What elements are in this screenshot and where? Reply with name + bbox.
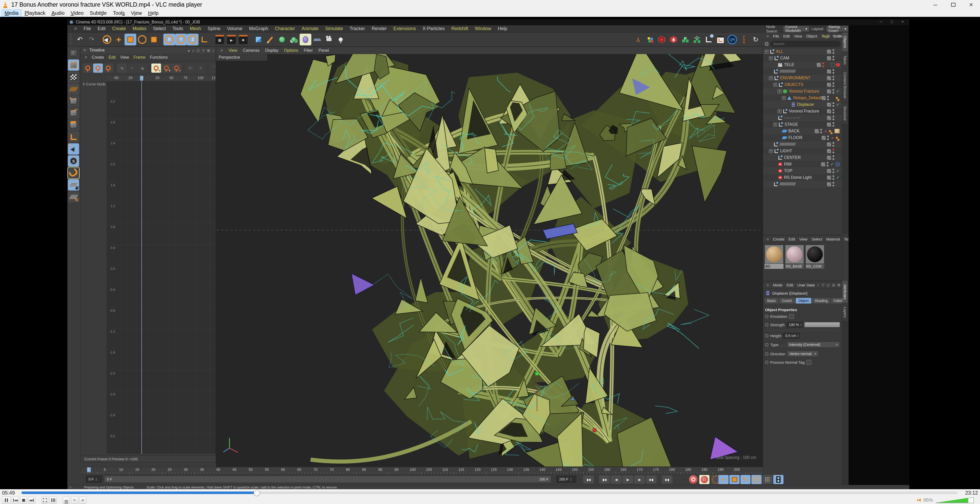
autokey-button[interactable]: ( ) (699, 475, 710, 484)
side-tab-takes[interactable]: Takes (842, 52, 848, 69)
viewport-menu-display[interactable]: Display (262, 48, 281, 53)
keyframe-presets-toggle[interactable] (773, 475, 783, 484)
c4d-menu-x-particles[interactable]: X-Particles (419, 26, 448, 32)
y-axis-lock-icon[interactable]: Y (175, 34, 187, 45)
expander-icon[interactable]: + (773, 83, 777, 87)
visibility-dots[interactable] (832, 122, 835, 127)
layer-chip[interactable] (827, 70, 831, 74)
expander-icon[interactable]: + (773, 123, 777, 127)
axis-mode-icon[interactable] (68, 132, 79, 143)
attr-tab-object[interactable]: Object (796, 298, 811, 304)
side-tab-attributes[interactable]: Attributes (842, 281, 848, 303)
toolbar-grip[interactable] (70, 35, 72, 44)
hamburger-icon[interactable]: ≡ (83, 55, 89, 60)
c4d-menu-animate[interactable]: Animate (298, 26, 322, 32)
om-menu-view[interactable]: View (792, 34, 804, 38)
attr-tab-basic[interactable]: Basic (765, 298, 778, 304)
close-button[interactable]: × (962, 0, 980, 10)
visibility-dots[interactable] (832, 102, 835, 107)
hamburger-icon[interactable]: ≡ (765, 34, 771, 38)
tree-row-rim[interactable]: RIM✓ (763, 161, 842, 168)
x-axis-lock-icon[interactable]: X (163, 34, 175, 45)
spline-helper-icon[interactable] (703, 34, 714, 45)
tree-row-objects[interactable]: +OBJECTS (763, 81, 842, 88)
pause-button[interactable] (2, 496, 11, 504)
side-tab-content-browser[interactable]: Content Browser (842, 69, 848, 103)
tree-row-voronoi-fracture[interactable]: +Voronoi Fracture (763, 108, 842, 114)
zero-icon[interactable]: 0 (196, 63, 205, 73)
layer-chip[interactable] (821, 162, 825, 166)
vlc-menu-view[interactable]: View (128, 10, 145, 17)
odots-tag-icon[interactable] (836, 97, 838, 99)
reset-psr-icon[interactable]: ↻ (750, 34, 762, 45)
layer-chip[interactable] (827, 149, 831, 153)
record-button[interactable] (689, 475, 698, 484)
target-tag-icon[interactable] (835, 162, 840, 166)
random-button[interactable]: ⇄ (79, 497, 86, 504)
timeline-close-icon[interactable]: × (83, 48, 86, 52)
curve-eval-icon[interactable]: ∿ (117, 63, 127, 73)
c4d-menu-select[interactable]: Select (150, 26, 169, 32)
key-mode-icon[interactable] (83, 63, 93, 73)
visibility-dots[interactable] (832, 175, 835, 180)
play-button[interactable]: ▶ (622, 475, 633, 483)
layer-chip[interactable] (827, 182, 831, 187)
vlc-menu-playback[interactable]: Playback (21, 10, 48, 17)
timeline-menu-functions[interactable]: Functions (148, 55, 170, 60)
camera-icon[interactable] (323, 34, 335, 45)
direction-select[interactable]: Vertex normal▾ (787, 351, 818, 357)
light-icon[interactable] (335, 34, 347, 45)
enabled-icon[interactable]: ✓ (836, 169, 840, 173)
fcurve-mode-icon[interactable] (93, 63, 103, 73)
hamburger-icon[interactable]: ≡ (218, 48, 226, 53)
side-tab-objects[interactable]: Objects (842, 32, 848, 52)
viewport-menu-options[interactable]: Options (281, 48, 301, 53)
expander-icon[interactable]: + (769, 56, 773, 60)
enabled-icon[interactable]: ✓ (836, 175, 840, 180)
disabled-icon[interactable]: × (824, 129, 828, 133)
tree-row-retopo-default[interactable]: +Retopo_Default (763, 95, 842, 101)
vlc-menu-help[interactable]: Help (145, 10, 162, 17)
tree-row-[interactable]: ////////////// (763, 181, 842, 187)
material-bg[interactable]: BG (765, 245, 783, 269)
visibility-dots[interactable] (820, 129, 822, 133)
visibility-dots[interactable] (827, 96, 829, 100)
add-key-icon[interactable]: + (151, 63, 161, 73)
c4d-menu-simulate[interactable]: Simulate (322, 26, 346, 32)
qr-icon[interactable]: QR (726, 34, 738, 45)
tree-row-all[interactable]: +ALL (763, 48, 842, 55)
enabled-icon[interactable]: ✓ (830, 162, 834, 166)
enabled-icon[interactable]: ✓ (836, 89, 840, 94)
layer-chip[interactable] (827, 82, 831, 87)
lock-icon[interactable]: ◻ (827, 283, 830, 287)
attr-tab-shading[interactable]: Shading (812, 298, 830, 304)
layer-chip[interactable] (827, 122, 831, 127)
material-rs-base[interactable]: RS_BASE (785, 245, 804, 269)
timeline-menu-view[interactable]: View (118, 55, 131, 60)
scale-icon[interactable] (124, 34, 136, 45)
enable-snap-icon[interactable]: ✳ (68, 143, 79, 155)
dash-tag-icon[interactable] (831, 63, 835, 67)
attribute-menu-mode[interactable]: Mode (771, 283, 785, 287)
stopwatch-icon[interactable]: ▣ (138, 63, 147, 73)
filter-icon[interactable]: ▽ (822, 283, 824, 287)
material-menu-material[interactable]: Material (824, 237, 842, 241)
layer-chip[interactable] (817, 63, 821, 67)
playlist-button[interactable] (63, 497, 70, 504)
add-panel-icon[interactable]: ⊞ (837, 283, 840, 287)
timeline-menu-edit[interactable]: Edit (106, 55, 118, 60)
visibility-dots[interactable] (827, 162, 829, 166)
layer-chip[interactable] (827, 89, 831, 94)
side-tab-layers[interactable]: Layers (842, 303, 848, 322)
preview-range-slider[interactable]: 0 F200 F (104, 476, 551, 483)
color-cubes-icon[interactable] (644, 34, 656, 45)
filter-icon[interactable]: ▽ (202, 49, 205, 52)
prev-frame-button[interactable]: ◀ (611, 475, 621, 483)
magnet-icon[interactable] (68, 167, 79, 179)
find-icon[interactable]: ⌕ (822, 34, 824, 38)
tree-row-displacer[interactable]: Displacer✓ (763, 101, 842, 108)
last-tool-icon[interactable] (148, 34, 160, 45)
viewport-menu-cameras[interactable]: Cameras (240, 48, 262, 53)
layer-chip[interactable] (827, 109, 831, 114)
om-menu-file[interactable]: File (771, 34, 781, 38)
